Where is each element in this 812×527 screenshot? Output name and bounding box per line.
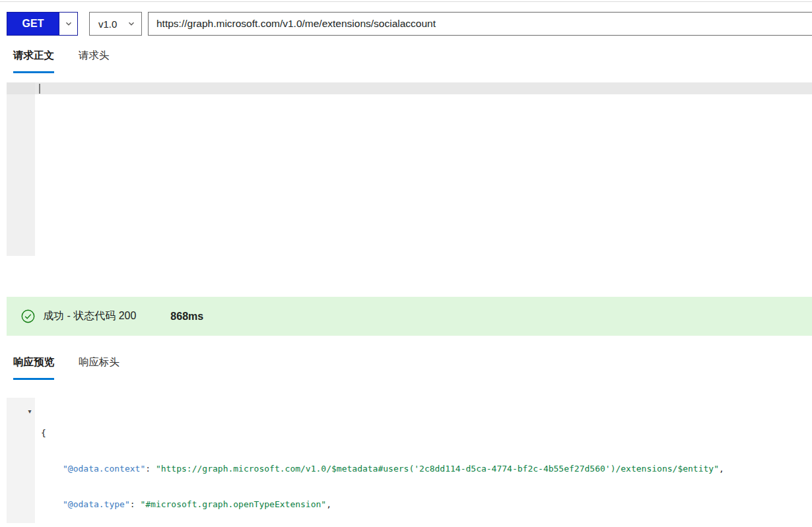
editor-gutter — [7, 94, 35, 256]
response-duration: 868ms — [170, 311, 203, 323]
response-tabs: 响应预览 响应标头 — [13, 356, 119, 380]
status-text: 成功 - 状态代码 200 — [43, 309, 136, 323]
response-viewer[interactable]: ▾ { "@odata.context": "https://graph.mic… — [7, 398, 812, 523]
request-tabs: 请求正文 请求头 — [13, 49, 110, 73]
chevron-down-icon — [65, 20, 73, 28]
json-value: "#microsoft.graph.openTypeExtension" — [140, 499, 326, 509]
chevron-down-icon — [127, 20, 135, 28]
fold-collapse-icon[interactable]: ▾ — [24, 405, 35, 417]
tab-request-body[interactable]: 请求正文 — [13, 49, 54, 73]
success-check-icon — [21, 309, 35, 323]
request-bar: GET v1.0 — [7, 12, 812, 36]
method-dropdown: GET — [7, 12, 78, 36]
json-line: { — [41, 427, 724, 439]
tab-request-headers[interactable]: 请求头 — [79, 49, 110, 73]
api-version-label: v1.0 — [98, 18, 117, 30]
method-dropdown-toggle[interactable] — [59, 13, 77, 35]
editor-cursor — [39, 84, 40, 94]
tab-response-preview[interactable]: 响应预览 — [13, 356, 54, 380]
api-version-select[interactable]: v1.0 — [89, 12, 142, 36]
top-divider — [0, 1, 812, 2]
request-url-input[interactable] — [148, 12, 812, 36]
json-line: "@odata.context": "https://graph.microso… — [41, 463, 724, 475]
json-key: "@odata.type" — [63, 499, 130, 509]
json-key: "@odata.context" — [63, 464, 145, 474]
response-json: { "@odata.context": "https://graph.micro… — [41, 404, 724, 527]
tab-response-headers[interactable]: 响应标头 — [79, 356, 119, 380]
editor-gutter — [7, 82, 35, 94]
json-value: "https://graph.microsoft.com/v1.0/$metad… — [156, 464, 719, 474]
request-body-editor[interactable] — [7, 82, 812, 256]
json-line: "@odata.type": "#microsoft.graph.openTyp… — [41, 499, 724, 511]
editor-current-line — [7, 82, 812, 94]
method-button[interactable]: GET — [7, 13, 59, 35]
response-status-banner: 成功 - 状态代码 200 868ms — [7, 297, 812, 336]
